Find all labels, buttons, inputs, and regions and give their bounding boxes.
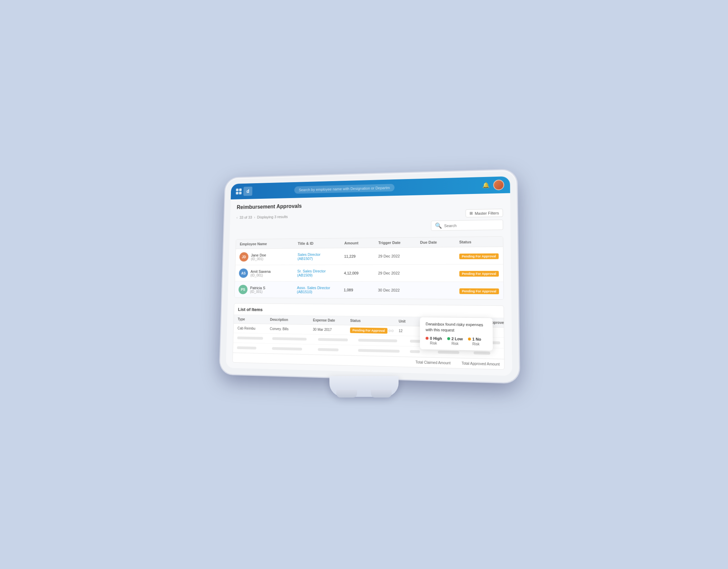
- trigger-date-jane: 29 Dec 2022: [378, 254, 420, 258]
- status-cell-amit: Pending For Approval: [459, 270, 504, 276]
- risk-count-no: 1 No: [472, 337, 481, 341]
- filter-icon: ⊞: [470, 211, 473, 215]
- title-id-ab1510[interactable]: (AB1510): [297, 290, 344, 294]
- risk-item-no: 1 No Risk: [468, 337, 481, 346]
- skeleton-cell: [318, 348, 338, 351]
- pagination-text: 33 of 33: [240, 215, 252, 219]
- notification-icon[interactable]: 🔔: [482, 181, 489, 189]
- tablet-screen: d 🔔 Reimbursement Approvals ‹: [226, 176, 512, 375]
- title-asso-sales-director[interactable]: Asso. Sales Director: [297, 286, 344, 290]
- col-status: Status: [459, 239, 504, 244]
- risk-count-high: 0 High: [430, 336, 442, 341]
- title-sr-sales-director[interactable]: Sr. Sales Director: [297, 269, 344, 273]
- due-date-patricia: [420, 290, 459, 290]
- risk-tooltip-title: Darwinbox found risky expenses with this…: [426, 321, 487, 334]
- list-description: Convey. Bills: [270, 327, 313, 331]
- status-badge-amit: Pending For Approval: [459, 271, 499, 277]
- emp-name-amit: Amit Saxena: [251, 269, 271, 273]
- trigger-date-patricia: 30 Dec 2022: [378, 288, 420, 292]
- user-avatar[interactable]: [493, 179, 504, 190]
- employee-cell-patricia: PS Patricia S (ID_001): [239, 284, 297, 294]
- col-employee-name: Employee Name: [240, 241, 298, 246]
- due-date-jane: [420, 255, 459, 256]
- title-id-ab1509[interactable]: (AB1509): [297, 273, 344, 277]
- list-col-expense-date: Expense Date: [313, 318, 350, 322]
- risk-items: 0 High Risk 2 Low Risk: [426, 336, 487, 346]
- table-row: JD Jane Doe (ID_001) Sales Director (AB1…: [235, 247, 503, 265]
- list-status-icon: ⊙⊙: [388, 328, 394, 333]
- pagination-info: ‹ 33 of 33 › Displaying 3 results: [236, 214, 288, 219]
- global-search-input[interactable]: [294, 184, 394, 194]
- list-col-type: Type: [238, 317, 270, 321]
- risk-label-no: Risk: [468, 342, 480, 346]
- col-trigger-date: Trigger Date: [378, 240, 420, 245]
- emp-name-jane: Jane Doe: [251, 253, 266, 257]
- skeleton-cell: [237, 346, 256, 349]
- risk-tooltip: Darwinbox found risky expenses with this…: [420, 317, 493, 351]
- risk-label-low: Risk: [447, 341, 458, 345]
- prev-page-btn[interactable]: ‹: [236, 215, 238, 219]
- skeleton-cell: [358, 349, 400, 353]
- skeleton-cell: [358, 338, 397, 342]
- list-col-status: Status: [350, 318, 399, 323]
- col-due-date: Due Date: [420, 240, 459, 244]
- skeleton-cell: [318, 338, 348, 341]
- status-badge-jane: Pending For Approval: [459, 253, 499, 259]
- table-row: PS Patricia S (ID_001) Asso. Sales Direc…: [234, 281, 503, 299]
- search-input[interactable]: [444, 223, 499, 227]
- status-cell-patricia: Pending For Approval: [459, 287, 504, 293]
- emp-id-amit: (ID_001): [250, 273, 270, 277]
- risk-item-high: 0 High Risk: [426, 336, 442, 345]
- list-col-description: Description: [270, 318, 313, 322]
- toolbar: ‹ 33 of 33 › Displaying 3 results ⊞ Mast…: [236, 208, 503, 221]
- page-title: Reimbursement Approvals: [237, 199, 503, 210]
- avatar-as: AS: [239, 268, 248, 278]
- master-filters-label: Master Filters: [475, 211, 499, 215]
- amount-patricia: 1,089: [344, 288, 378, 292]
- risk-count-low: 2 Low: [451, 336, 463, 341]
- stand-base: [329, 376, 399, 397]
- table-search[interactable]: 🔍: [431, 220, 503, 231]
- app-logo: d: [236, 186, 252, 196]
- risk-dot-no: [468, 337, 471, 341]
- grid-icon: [236, 188, 242, 194]
- global-search[interactable]: [294, 184, 394, 194]
- total-approved-label: Total Approved Amount: [461, 361, 500, 366]
- risk-dot-low: [447, 337, 450, 340]
- skeleton-cell: [438, 351, 459, 354]
- list-type: Cab Reimbu: [237, 326, 270, 330]
- col-amount: Amount: [344, 241, 379, 245]
- employee-cell-jane: JD Jane Doe (ID_001): [239, 252, 298, 261]
- col-title-id: Title & ID: [298, 241, 344, 245]
- list-items-section: List of Items Type Description Expense D…: [232, 303, 505, 370]
- tablet-device: d 🔔 Reimbursement Approvals ‹: [220, 170, 519, 383]
- stand-feet: [329, 376, 399, 398]
- emp-name-patricia: Patricia S: [250, 286, 265, 290]
- status-badge-patricia: Pending For Approval: [459, 288, 499, 294]
- risk-label-high: Risk: [426, 341, 437, 345]
- skeleton-cell: [272, 347, 302, 351]
- amount-jane: 11,229: [344, 254, 379, 258]
- total-claimed-label: Total Claimed Amount: [416, 360, 451, 365]
- title-sales-director[interactable]: Sales Director: [298, 252, 344, 256]
- risk-dot-high: [426, 337, 428, 339]
- search-wrapper: 🔍: [236, 220, 503, 236]
- employee-cell-amit: AS Amit Saxena (ID_001): [239, 268, 297, 278]
- master-filters-button[interactable]: ⊞ Master Filters: [466, 208, 503, 217]
- emp-id-jane: (ID_001): [251, 257, 266, 261]
- avatar-ps: PS: [239, 284, 248, 294]
- skeleton-cell: [272, 337, 307, 341]
- list-status-badge: Pending For Approval: [350, 327, 388, 334]
- main-content: Reimbursement Approvals ‹ 33 of 33 › Dis…: [226, 193, 512, 376]
- next-page-btn[interactable]: ›: [254, 215, 255, 219]
- search-icon: 🔍: [435, 222, 442, 229]
- list-expense-date: 30 Mar 2017: [313, 327, 350, 332]
- navbar-right: 🔔: [482, 179, 504, 190]
- avatar-jd: JD: [239, 252, 248, 261]
- trigger-date-amit: 29 Dec 2022: [378, 271, 420, 275]
- list-status: Pending For Approval ⊙⊙: [350, 328, 399, 333]
- status-cell-jane: Pending For Approval: [459, 252, 504, 259]
- amount-amit: 4,12,009: [344, 271, 378, 275]
- title-id-ab1507[interactable]: (AB1507): [298, 256, 344, 260]
- skeleton-cell: [410, 350, 420, 353]
